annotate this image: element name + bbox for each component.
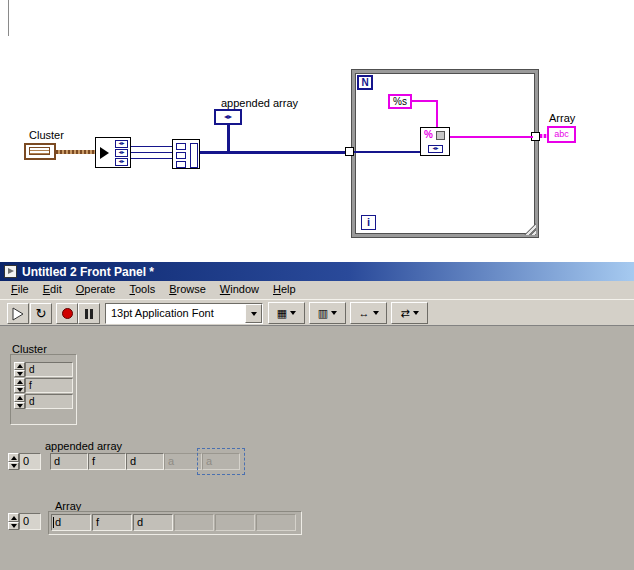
window-title: Untitled 2 Front Panel *	[22, 265, 154, 279]
cluster-terminal[interactable]	[24, 143, 56, 160]
loop-count-terminal[interactable]: N	[357, 75, 373, 90]
cluster-element-2[interactable]: d	[14, 394, 74, 409]
decrement-icon[interactable]	[14, 402, 25, 409]
appended-array-terminal-label: appended array	[221, 97, 298, 109]
format-string-wire-h[interactable]	[412, 100, 438, 102]
menu-operate[interactable]: Operate	[69, 281, 123, 299]
menu-edit[interactable]: Edit	[36, 281, 69, 299]
array-branch-wire[interactable]	[227, 125, 230, 153]
appended-array-element-0[interactable]: d	[50, 453, 88, 470]
front-panel-titlebar[interactable]: Untitled 2 Front Panel *	[0, 262, 634, 281]
array-indicator-label: Array	[549, 112, 575, 124]
loop-inner-wire[interactable]	[354, 151, 420, 153]
cluster-element-0[interactable]: d	[14, 362, 74, 377]
cluster-terminal-label: Cluster	[29, 129, 64, 141]
array-element-4[interactable]	[215, 514, 255, 531]
array-element-0[interactable]: d	[51, 514, 91, 531]
build-array-cell	[176, 143, 186, 150]
cluster-element-value[interactable]: d	[25, 394, 73, 409]
font-selector-dropdown[interactable]	[245, 304, 262, 323]
array-main-wire[interactable]	[200, 151, 347, 154]
decrement-icon[interactable]	[14, 370, 25, 377]
array-element-5[interactable]	[256, 514, 296, 531]
cluster-element-1[interactable]: f	[14, 378, 74, 393]
run-continuous-icon: ↻	[36, 307, 47, 320]
loop-input-tunnel[interactable]	[345, 147, 354, 156]
resize-objects-button[interactable]: ↔	[350, 302, 387, 324]
diagram-window-edge	[8, 0, 9, 36]
decrement-icon[interactable]	[8, 522, 19, 530]
distribute-objects-button[interactable]: ▥	[309, 302, 346, 324]
array-element-2[interactable]: d	[133, 514, 173, 531]
increment-icon[interactable]	[8, 513, 19, 522]
format-string-constant[interactable]: %s	[388, 94, 412, 109]
abort-icon	[62, 308, 73, 319]
array-glyph-icon: ◂▸	[428, 145, 443, 153]
dropdown-arrow-icon	[331, 311, 337, 315]
block-diagram: Cluster ◂▸ ◂▸ ◂▸ appended array ◂▸ N i	[0, 0, 634, 262]
appended-array-element-2[interactable]: d	[126, 453, 164, 470]
appended-array-element-1[interactable]: f	[88, 453, 126, 470]
menu-window[interactable]: Window	[213, 281, 266, 299]
decrement-icon[interactable]	[8, 462, 19, 470]
unbundle-wire-2[interactable]	[131, 152, 172, 153]
cluster-wire[interactable]	[56, 150, 96, 154]
menu-bar: FileEditOperateToolsBrowseWindowHelp	[0, 281, 634, 299]
unbundle-wire-1[interactable]	[131, 146, 172, 147]
dropdown-arrow-icon	[373, 311, 379, 315]
unbundle-wire-3[interactable]	[131, 158, 172, 159]
cluster-to-array-node[interactable]: ◂▸ ◂▸ ◂▸	[95, 137, 131, 168]
increment-icon[interactable]	[8, 453, 19, 462]
array-container[interactable]: d f d	[48, 511, 302, 535]
array-glyph-icon: ◂▸	[115, 149, 128, 157]
increment-icon[interactable]	[14, 394, 25, 402]
menu-file[interactable]: File	[4, 281, 36, 299]
appended-array-terminal[interactable]: ◂▸	[214, 109, 242, 125]
loop-iteration-terminal[interactable]: i	[361, 215, 376, 230]
abort-button[interactable]	[56, 303, 78, 324]
appended-array-index-value[interactable]: 0	[19, 453, 41, 470]
dropdown-arrow-icon	[251, 312, 257, 316]
align-objects-button[interactable]: ▦	[268, 302, 305, 324]
reorder-objects-icon: ⇄	[400, 307, 409, 320]
menu-help[interactable]: Help	[266, 281, 303, 299]
build-array-output-cell	[190, 143, 198, 168]
increment-icon[interactable]	[14, 362, 25, 370]
cluster-element-value[interactable]: d	[25, 362, 73, 377]
appended-array-label: appended array	[45, 440, 122, 452]
format-into-string-node[interactable]: % ◂▸	[420, 127, 450, 156]
spinner[interactable]	[14, 362, 25, 377]
font-selector[interactable]: 13pt Application Font	[105, 303, 263, 324]
menu-browse[interactable]: Browse	[162, 281, 213, 299]
array-index-control[interactable]: 0	[8, 513, 42, 530]
percent-icon: %	[424, 129, 433, 140]
array-index-value[interactable]: 0	[19, 513, 41, 530]
font-selector-value: 13pt Application Font	[111, 307, 214, 319]
spinner[interactable]	[14, 378, 25, 393]
run-icon	[11, 307, 25, 321]
array-string-indicator-terminal[interactable]: abc	[547, 126, 576, 143]
build-array-node[interactable]	[172, 139, 200, 169]
menu-tools[interactable]: Tools	[122, 281, 162, 299]
pause-icon	[85, 309, 93, 319]
decrement-icon[interactable]	[14, 386, 25, 393]
cluster-container[interactable]: d f d	[10, 354, 77, 425]
array-element-1[interactable]: f	[92, 514, 132, 531]
toolbar: ↻ 13pt Application Font ▦ ▥ ↔	[0, 299, 634, 326]
cluster-element-value[interactable]: f	[25, 378, 73, 393]
appended-array-index-control[interactable]: 0	[8, 453, 42, 470]
spinner[interactable]	[14, 394, 25, 409]
run-button[interactable]	[7, 303, 29, 324]
increment-icon[interactable]	[14, 378, 25, 386]
reorder-objects-button[interactable]: ⇄	[391, 302, 428, 324]
distribute-objects-icon: ▥	[318, 307, 328, 320]
string-output-wire[interactable]	[450, 136, 533, 138]
array-glyph-icon: ◂▸	[115, 140, 128, 148]
array-element-3[interactable]	[174, 514, 214, 531]
selection-handles	[197, 448, 245, 475]
pause-button[interactable]	[78, 303, 100, 324]
build-array-cell	[176, 152, 186, 159]
resize-objects-icon: ↔	[359, 307, 370, 319]
format-string-wire-v[interactable]	[436, 100, 438, 127]
run-continuous-button[interactable]: ↻	[30, 303, 52, 324]
